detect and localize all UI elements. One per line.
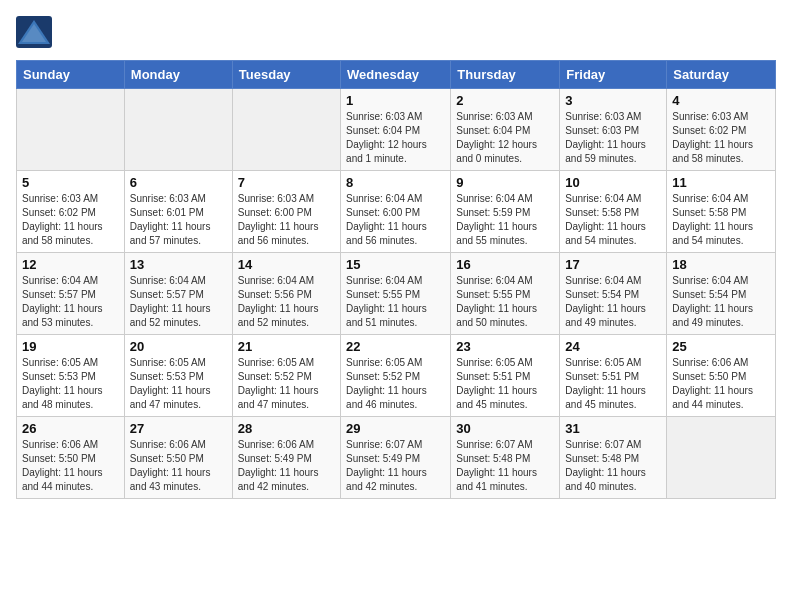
calendar-cell: 4Sunrise: 6:03 AM Sunset: 6:02 PM Daylig… <box>667 89 776 171</box>
day-info: Sunrise: 6:04 AM Sunset: 5:57 PM Dayligh… <box>130 274 227 330</box>
day-info: Sunrise: 6:05 AM Sunset: 5:53 PM Dayligh… <box>130 356 227 412</box>
day-info: Sunrise: 6:03 AM Sunset: 6:00 PM Dayligh… <box>238 192 335 248</box>
day-number: 4 <box>672 93 770 108</box>
calendar-cell: 20Sunrise: 6:05 AM Sunset: 5:53 PM Dayli… <box>124 335 232 417</box>
day-number: 24 <box>565 339 661 354</box>
weekday-header: Monday <box>124 61 232 89</box>
weekday-header: Tuesday <box>232 61 340 89</box>
calendar-cell: 5Sunrise: 6:03 AM Sunset: 6:02 PM Daylig… <box>17 171 125 253</box>
day-info: Sunrise: 6:06 AM Sunset: 5:49 PM Dayligh… <box>238 438 335 494</box>
day-number: 19 <box>22 339 119 354</box>
day-info: Sunrise: 6:05 AM Sunset: 5:52 PM Dayligh… <box>346 356 445 412</box>
page-header <box>16 16 776 48</box>
calendar-week-row: 1Sunrise: 6:03 AM Sunset: 6:04 PM Daylig… <box>17 89 776 171</box>
day-info: Sunrise: 6:04 AM Sunset: 5:55 PM Dayligh… <box>346 274 445 330</box>
day-info: Sunrise: 6:03 AM Sunset: 6:03 PM Dayligh… <box>565 110 661 166</box>
day-info: Sunrise: 6:04 AM Sunset: 5:59 PM Dayligh… <box>456 192 554 248</box>
calendar-cell: 26Sunrise: 6:06 AM Sunset: 5:50 PM Dayli… <box>17 417 125 499</box>
calendar-week-row: 26Sunrise: 6:06 AM Sunset: 5:50 PM Dayli… <box>17 417 776 499</box>
logo-icon <box>16 16 52 48</box>
weekday-header: Sunday <box>17 61 125 89</box>
day-info: Sunrise: 6:03 AM Sunset: 6:04 PM Dayligh… <box>456 110 554 166</box>
day-info: Sunrise: 6:06 AM Sunset: 5:50 PM Dayligh… <box>22 438 119 494</box>
day-number: 14 <box>238 257 335 272</box>
weekday-header: Wednesday <box>341 61 451 89</box>
calendar-cell: 15Sunrise: 6:04 AM Sunset: 5:55 PM Dayli… <box>341 253 451 335</box>
logo <box>16 16 56 48</box>
calendar-cell: 16Sunrise: 6:04 AM Sunset: 5:55 PM Dayli… <box>451 253 560 335</box>
day-number: 27 <box>130 421 227 436</box>
calendar-cell: 23Sunrise: 6:05 AM Sunset: 5:51 PM Dayli… <box>451 335 560 417</box>
day-info: Sunrise: 6:05 AM Sunset: 5:53 PM Dayligh… <box>22 356 119 412</box>
day-info: Sunrise: 6:04 AM Sunset: 5:54 PM Dayligh… <box>565 274 661 330</box>
day-info: Sunrise: 6:04 AM Sunset: 5:58 PM Dayligh… <box>672 192 770 248</box>
calendar-cell: 6Sunrise: 6:03 AM Sunset: 6:01 PM Daylig… <box>124 171 232 253</box>
calendar-cell: 11Sunrise: 6:04 AM Sunset: 5:58 PM Dayli… <box>667 171 776 253</box>
calendar-cell: 22Sunrise: 6:05 AM Sunset: 5:52 PM Dayli… <box>341 335 451 417</box>
day-info: Sunrise: 6:07 AM Sunset: 5:48 PM Dayligh… <box>456 438 554 494</box>
calendar-cell: 12Sunrise: 6:04 AM Sunset: 5:57 PM Dayli… <box>17 253 125 335</box>
day-number: 30 <box>456 421 554 436</box>
calendar-cell: 19Sunrise: 6:05 AM Sunset: 5:53 PM Dayli… <box>17 335 125 417</box>
calendar-cell: 7Sunrise: 6:03 AM Sunset: 6:00 PM Daylig… <box>232 171 340 253</box>
day-info: Sunrise: 6:07 AM Sunset: 5:48 PM Dayligh… <box>565 438 661 494</box>
day-info: Sunrise: 6:04 AM Sunset: 5:56 PM Dayligh… <box>238 274 335 330</box>
day-number: 29 <box>346 421 445 436</box>
day-number: 15 <box>346 257 445 272</box>
calendar-cell <box>124 89 232 171</box>
day-number: 9 <box>456 175 554 190</box>
day-number: 13 <box>130 257 227 272</box>
calendar-cell: 17Sunrise: 6:04 AM Sunset: 5:54 PM Dayli… <box>560 253 667 335</box>
day-number: 21 <box>238 339 335 354</box>
day-number: 28 <box>238 421 335 436</box>
calendar-cell: 25Sunrise: 6:06 AM Sunset: 5:50 PM Dayli… <box>667 335 776 417</box>
calendar-header-row: SundayMondayTuesdayWednesdayThursdayFrid… <box>17 61 776 89</box>
calendar-week-row: 5Sunrise: 6:03 AM Sunset: 6:02 PM Daylig… <box>17 171 776 253</box>
calendar-cell: 2Sunrise: 6:03 AM Sunset: 6:04 PM Daylig… <box>451 89 560 171</box>
day-info: Sunrise: 6:05 AM Sunset: 5:51 PM Dayligh… <box>456 356 554 412</box>
day-number: 3 <box>565 93 661 108</box>
calendar-cell: 13Sunrise: 6:04 AM Sunset: 5:57 PM Dayli… <box>124 253 232 335</box>
calendar-week-row: 19Sunrise: 6:05 AM Sunset: 5:53 PM Dayli… <box>17 335 776 417</box>
calendar-cell: 9Sunrise: 6:04 AM Sunset: 5:59 PM Daylig… <box>451 171 560 253</box>
calendar-cell: 28Sunrise: 6:06 AM Sunset: 5:49 PM Dayli… <box>232 417 340 499</box>
day-info: Sunrise: 6:03 AM Sunset: 6:02 PM Dayligh… <box>22 192 119 248</box>
day-info: Sunrise: 6:04 AM Sunset: 5:58 PM Dayligh… <box>565 192 661 248</box>
day-number: 2 <box>456 93 554 108</box>
day-info: Sunrise: 6:07 AM Sunset: 5:49 PM Dayligh… <box>346 438 445 494</box>
day-number: 5 <box>22 175 119 190</box>
calendar-cell: 24Sunrise: 6:05 AM Sunset: 5:51 PM Dayli… <box>560 335 667 417</box>
day-info: Sunrise: 6:05 AM Sunset: 5:52 PM Dayligh… <box>238 356 335 412</box>
calendar-cell: 31Sunrise: 6:07 AM Sunset: 5:48 PM Dayli… <box>560 417 667 499</box>
calendar-cell: 1Sunrise: 6:03 AM Sunset: 6:04 PM Daylig… <box>341 89 451 171</box>
day-number: 11 <box>672 175 770 190</box>
day-number: 22 <box>346 339 445 354</box>
day-number: 12 <box>22 257 119 272</box>
day-number: 10 <box>565 175 661 190</box>
day-number: 26 <box>22 421 119 436</box>
weekday-header: Thursday <box>451 61 560 89</box>
day-number: 31 <box>565 421 661 436</box>
day-number: 18 <box>672 257 770 272</box>
calendar-cell <box>667 417 776 499</box>
day-number: 16 <box>456 257 554 272</box>
day-number: 20 <box>130 339 227 354</box>
day-info: Sunrise: 6:03 AM Sunset: 6:02 PM Dayligh… <box>672 110 770 166</box>
day-number: 17 <box>565 257 661 272</box>
weekday-header: Friday <box>560 61 667 89</box>
day-info: Sunrise: 6:05 AM Sunset: 5:51 PM Dayligh… <box>565 356 661 412</box>
day-info: Sunrise: 6:06 AM Sunset: 5:50 PM Dayligh… <box>130 438 227 494</box>
calendar-cell: 10Sunrise: 6:04 AM Sunset: 5:58 PM Dayli… <box>560 171 667 253</box>
day-number: 25 <box>672 339 770 354</box>
calendar-cell: 30Sunrise: 6:07 AM Sunset: 5:48 PM Dayli… <box>451 417 560 499</box>
day-info: Sunrise: 6:04 AM Sunset: 5:57 PM Dayligh… <box>22 274 119 330</box>
day-number: 23 <box>456 339 554 354</box>
day-info: Sunrise: 6:03 AM Sunset: 6:01 PM Dayligh… <box>130 192 227 248</box>
calendar-cell: 3Sunrise: 6:03 AM Sunset: 6:03 PM Daylig… <box>560 89 667 171</box>
day-number: 6 <box>130 175 227 190</box>
weekday-header: Saturday <box>667 61 776 89</box>
calendar-cell: 29Sunrise: 6:07 AM Sunset: 5:49 PM Dayli… <box>341 417 451 499</box>
day-info: Sunrise: 6:04 AM Sunset: 5:55 PM Dayligh… <box>456 274 554 330</box>
day-number: 7 <box>238 175 335 190</box>
calendar-cell <box>17 89 125 171</box>
